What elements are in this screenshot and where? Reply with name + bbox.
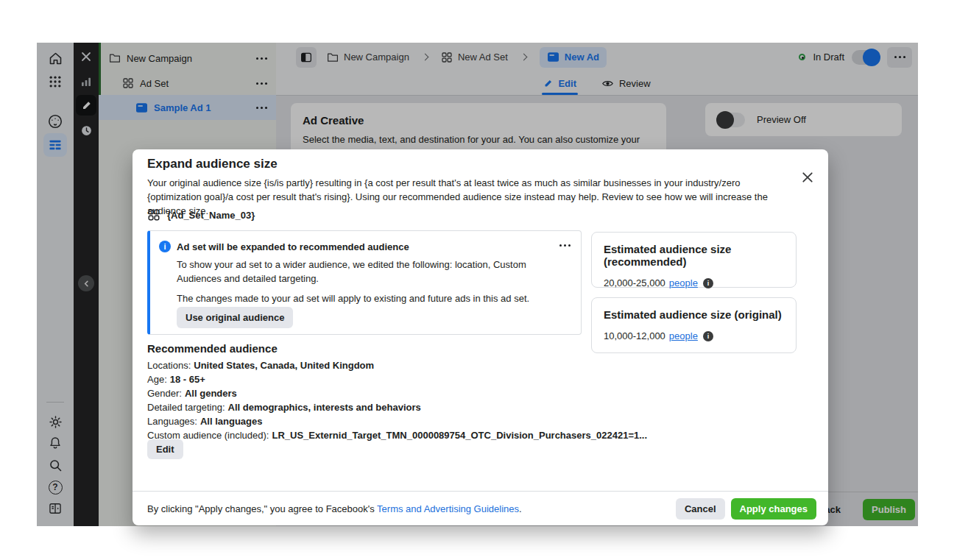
adset-name-row: {Ad_Set_Name_03} <box>147 208 255 221</box>
people-link[interactable]: people <box>669 330 698 341</box>
modal-title: Expand audience size <box>147 157 278 171</box>
audience-info-icon[interactable]: i <box>703 278 713 288</box>
recommended-audience-details: Locations:United States, Canada, United … <box>147 358 647 442</box>
est-recommended-value: 20,000-25,000 <box>604 277 665 288</box>
expansion-info-box: i Ad set will be expanded to recommended… <box>147 230 582 335</box>
est-original-title: Estimated audience size (original) <box>604 308 784 321</box>
close-icon[interactable] <box>799 169 816 186</box>
people-link[interactable]: people <box>669 277 698 288</box>
info-box-title: Ad set will be expanded to recommended a… <box>177 241 409 252</box>
recommended-audience-heading: Recommended audience <box>147 342 278 355</box>
modal-footer: By clicking "Apply changes," you agree t… <box>133 491 828 525</box>
est-original-value: 10,000-12,000 <box>604 330 665 341</box>
terms-link[interactable]: Terms and Advertising Guidelines <box>377 503 519 514</box>
edit-audience-button[interactable]: Edit <box>147 439 183 459</box>
adset-name: {Ad_Set_Name_03} <box>167 210 255 221</box>
expand-audience-modal: Expand audience size Your original audie… <box>133 149 828 525</box>
info-box-paragraph-2: The changes made to your ad set will app… <box>177 291 567 305</box>
cancel-button[interactable]: Cancel <box>676 498 725 520</box>
info-icon: i <box>159 241 171 252</box>
detail-custom-audience: Custom audience (included):LR_US_Externi… <box>147 428 647 442</box>
use-original-audience-button[interactable]: Use original audience <box>177 307 293 328</box>
detail-languages: Languages:All languages <box>147 414 647 428</box>
audience-info-icon[interactable]: i <box>703 331 713 341</box>
adset-grid-icon <box>147 208 160 221</box>
more-options-icon[interactable] <box>559 244 571 247</box>
detail-locations: Locations:United States, Canada, United … <box>147 358 647 372</box>
disclaimer-text: By clicking "Apply changes," you agree t… <box>147 503 522 514</box>
estimated-audience-recommended-card: Estimated audience size (recommended) 20… <box>591 232 797 288</box>
detail-targeting: Detailed targeting:All demographics, int… <box>147 400 647 414</box>
estimated-audience-original-card: Estimated audience size (original) 10,00… <box>591 297 797 353</box>
apply-changes-button[interactable]: Apply changes <box>731 498 816 520</box>
detail-age: Age:18 - 65+ <box>147 372 647 386</box>
detail-gender: Gender:All genders <box>147 386 647 400</box>
est-recommended-title: Estimated audience size (recommended) <box>604 243 784 268</box>
info-box-paragraph-1: To show your ad set to a wider audience,… <box>177 258 567 286</box>
